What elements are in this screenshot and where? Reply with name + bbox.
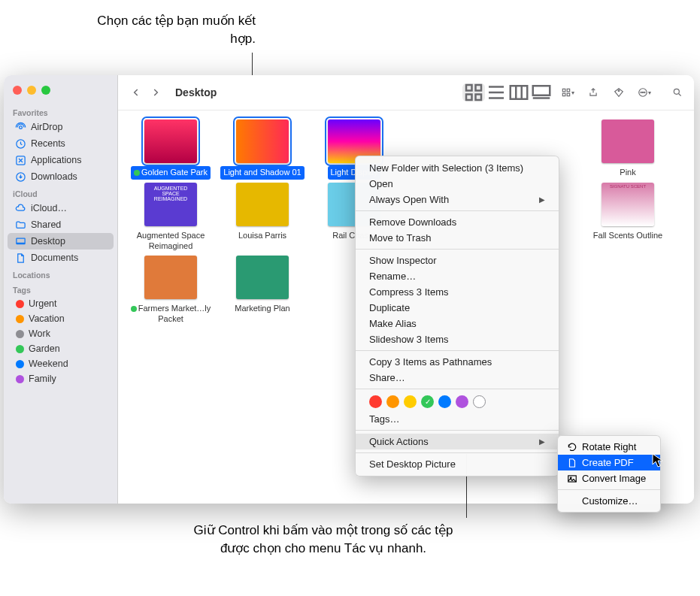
back-button[interactable]: [127, 84, 145, 101]
sidebar-item-documents[interactable]: Documents: [4, 250, 117, 266]
ctx-compress[interactable]: Compress 3 Items: [356, 284, 559, 300]
sidebar-tag-garden[interactable]: Garden: [4, 341, 117, 356]
minimize-button[interactable]: [27, 86, 36, 95]
context-menu: New Folder with Selection (3 Items) Open…: [355, 156, 559, 476]
tag-dot: [16, 345, 24, 353]
ctx-share[interactable]: Share…: [356, 370, 559, 386]
file-item[interactable]: Golden Gate Park: [126, 120, 216, 180]
ctx-duplicate[interactable]: Duplicate: [356, 300, 559, 316]
cloud-icon: [14, 202, 26, 214]
close-button[interactable]: [13, 86, 22, 95]
tag-gray[interactable]: [473, 395, 486, 408]
ctx-new-folder[interactable]: New Folder with Selection (3 Items): [356, 160, 559, 176]
tag-yellow[interactable]: [404, 395, 417, 408]
document-icon: [567, 458, 577, 468]
ctx-always-open-with[interactable]: Always Open With▶: [356, 192, 559, 207]
file-item[interactable]: AUGMENTED SPACE REIMAGINED Augmented Spa…: [126, 183, 216, 253]
tag-green[interactable]: ✓: [421, 395, 434, 408]
tag-purple[interactable]: [456, 395, 468, 408]
tag-orange[interactable]: [386, 395, 399, 408]
sub-convert-image[interactable]: Convert Image: [558, 470, 660, 486]
sidebar-tag-urgent[interactable]: Urgent: [4, 296, 117, 311]
sidebar-label: Documents: [31, 253, 78, 263]
separator: [356, 430, 559, 431]
ctx-quick-actions[interactable]: Quick Actions▶: [356, 434, 559, 449]
sidebar-label: Shared: [31, 219, 61, 230]
svg-rect-13: [562, 93, 565, 96]
svg-rect-12: [567, 89, 570, 92]
sidebar-tag-vacation[interactable]: Vacation: [4, 311, 117, 326]
svg-rect-10: [533, 86, 550, 95]
sidebar-tag-family[interactable]: Family: [4, 371, 117, 386]
file-item[interactable]: Pink: [583, 120, 673, 180]
file-item[interactable]: SIGNATU SCENT Fall Scents Outline: [583, 183, 673, 253]
tag-dot: [16, 360, 24, 368]
file-item[interactable]: Marketing Plan: [217, 256, 308, 326]
share-button[interactable]: [586, 84, 601, 101]
ctx-make-alias[interactable]: Make Alias: [356, 316, 559, 331]
file-thumbnail: AUGMENTED SPACE REIMAGINED: [144, 183, 197, 226]
file-name: Louisa Parris: [235, 229, 289, 243]
ctx-set-desktop[interactable]: Set Desktop Picture: [356, 456, 559, 472]
sidebar-item-applications[interactable]: Applications: [4, 152, 117, 168]
ctx-tags[interactable]: Tags…: [356, 411, 559, 427]
file-name: Pink: [617, 166, 638, 180]
sidebar-tag-work[interactable]: Work: [4, 326, 117, 341]
sidebar-label: Garden: [29, 343, 60, 354]
sidebar-label: Family: [29, 374, 56, 384]
search-button[interactable]: [670, 84, 685, 101]
sidebar-label: Weekend: [29, 359, 68, 369]
sidebar-label: Downloads: [31, 171, 77, 182]
sub-create-pdf[interactable]: Create PDF: [558, 455, 660, 470]
clock-icon: [14, 138, 26, 150]
ctx-copy-pathnames[interactable]: Copy 3 Items as Pathnames: [356, 354, 559, 370]
sidebar-label: Work: [29, 328, 50, 339]
svg-point-15: [618, 90, 620, 92]
main-pane: Desktop ▾ ▾ Golden Gate Park: [118, 75, 694, 504]
sidebar-item-icloud[interactable]: iCloud…: [4, 200, 117, 216]
more-button[interactable]: ▾: [637, 84, 652, 101]
sidebar-label: Urgent: [29, 298, 57, 309]
ctx-slideshow[interactable]: Slideshow 3 Items: [356, 331, 559, 347]
file-name: Farmers Market…ly Packet: [128, 302, 214, 326]
gallery-view-button[interactable]: [530, 83, 553, 101]
column-view-button[interactable]: [508, 83, 530, 101]
file-item[interactable]: Louisa Parris: [217, 183, 308, 253]
sidebar-section-locations: Locations: [4, 266, 117, 281]
sub-rotate-right[interactable]: Rotate Right: [558, 439, 660, 455]
sidebar-item-shared[interactable]: Shared: [4, 216, 117, 233]
sidebar-tag-weekend[interactable]: Weekend: [4, 356, 117, 371]
ctx-rename[interactable]: Rename…: [356, 268, 559, 284]
group-by-button[interactable]: ▾: [560, 84, 575, 101]
fullscreen-button[interactable]: [41, 86, 50, 95]
content-area[interactable]: Golden Gate Park Light and Shadow 01 Lig…: [118, 110, 694, 504]
sidebar-label: Recents: [31, 138, 65, 149]
tag-dot: [16, 375, 24, 383]
icon-view-button[interactable]: [462, 83, 485, 101]
svg-point-20: [674, 89, 679, 94]
ctx-move-trash[interactable]: Move to Trash: [356, 230, 559, 246]
svg-rect-9: [511, 86, 528, 99]
desktop-icon: [14, 235, 26, 247]
tag-red[interactable]: [369, 395, 382, 408]
sidebar-label: Desktop: [31, 236, 65, 247]
file-item[interactable]: Farmers Market…ly Packet: [126, 256, 216, 326]
file-item[interactable]: Light and Shadow 01: [217, 120, 308, 180]
sub-customize[interactable]: Customize…: [558, 493, 660, 509]
ctx-remove-downloads[interactable]: Remove Downloads: [356, 214, 559, 230]
separator: [356, 452, 559, 453]
sidebar-item-downloads[interactable]: Downloads: [4, 168, 117, 185]
sidebar-item-desktop[interactable]: Desktop: [8, 233, 114, 250]
sidebar-item-recents[interactable]: Recents: [4, 135, 117, 152]
sidebar-label: Vacation: [29, 313, 65, 324]
tag-blue[interactable]: [438, 395, 451, 408]
list-view-button[interactable]: [485, 83, 508, 101]
svg-point-19: [644, 92, 645, 92]
sidebar-item-airdrop[interactable]: AirDrop: [4, 119, 117, 135]
tag-button[interactable]: [611, 84, 626, 101]
file-name: Golden Gate Park: [131, 166, 211, 180]
forward-button[interactable]: [147, 84, 165, 101]
file-thumbnail: [144, 256, 197, 299]
ctx-show-inspector[interactable]: Show Inspector: [356, 253, 559, 268]
ctx-open[interactable]: Open: [356, 176, 559, 192]
